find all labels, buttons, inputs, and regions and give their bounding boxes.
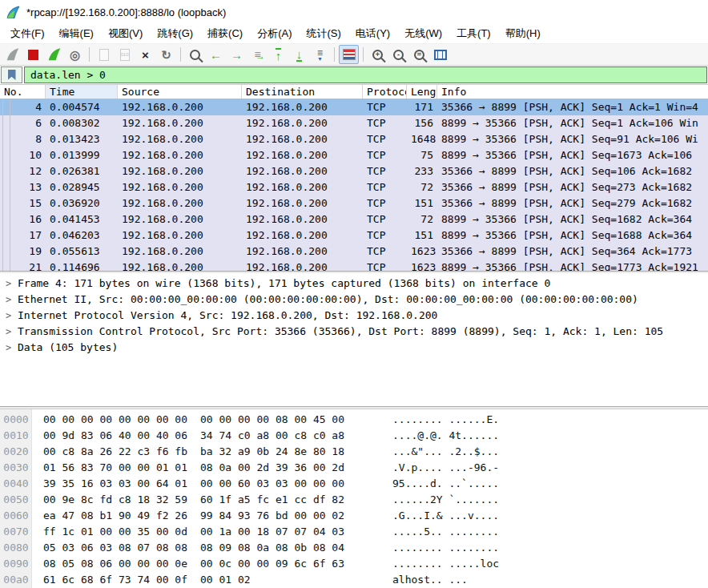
packet-row[interactable]: 10 0.013999 192.168.0.200 192.168.0.200 …: [0, 147, 708, 163]
menu-item[interactable]: 编辑(E): [52, 24, 101, 43]
hex-row[interactable]: 0080 05 03 06 03 08 07 08 08 08 09 08 0a…: [0, 540, 708, 556]
cell-no: 17: [0, 228, 46, 244]
open-file-icon[interactable]: [94, 45, 114, 64]
hex-ascii: 95....d. ..`.....: [392, 476, 499, 492]
detail-text: Data (105 bytes): [18, 341, 118, 353]
menu-item[interactable]: 电话(Y): [348, 24, 397, 43]
expand-arrow-icon[interactable]: >: [6, 324, 18, 340]
hex-ascii: ........ .....loc: [392, 556, 499, 572]
packet-row[interactable]: 19 0.055613 192.168.0.200 192.168.0.200 …: [0, 244, 708, 260]
column-header-destination[interactable]: Destination: [242, 85, 363, 99]
start-capture-icon[interactable]: [2, 45, 22, 64]
detail-text: Frame 4: 171 bytes on wire (1368 bits), …: [18, 277, 550, 289]
hex-row[interactable]: 0020 00 c8 8a 26 22 c3 f6 fb ba 32 a9 0b…: [0, 444, 708, 460]
packet-row[interactable]: 8 0.013423 192.168.0.200 192.168.0.200 T…: [0, 131, 708, 147]
menu-item[interactable]: 统计(S): [299, 24, 348, 43]
hex-bytes-1: 08 05 08 06 00 00 00 0e: [43, 556, 194, 572]
menu-item[interactable]: 捕获(C): [200, 24, 250, 43]
hex-ascii: ........ ......E.: [392, 412, 499, 428]
bookmark-button[interactable]: [1, 66, 22, 83]
detail-line[interactable]: >Ethernet II, Src: 00:00:00_00:00:00 (00…: [0, 292, 708, 308]
capture-options-icon[interactable]: ◎: [65, 45, 85, 64]
hex-row[interactable]: 0050 00 9e 8c fd c8 18 32 59 60 1f a5 fc…: [0, 492, 708, 508]
menu-item[interactable]: 无线(W): [397, 24, 449, 43]
column-header-no[interactable]: No.: [0, 85, 46, 99]
hex-ascii: .G...I.& ...v....: [392, 508, 499, 524]
filter-input[interactable]: data.len > 0: [24, 66, 707, 83]
menu-item[interactable]: 分析(A): [250, 24, 299, 43]
packet-row[interactable]: 21 0.114696 192.168.0.200 192.168.0.200 …: [0, 260, 708, 271]
packet-row[interactable]: 12 0.026381 192.168.0.200 192.168.0.200 …: [0, 163, 708, 179]
cell-no: 13: [0, 179, 46, 195]
cell-destination: 192.168.0.200: [242, 131, 363, 147]
packet-row[interactable]: 13 0.028945 192.168.0.200 192.168.0.200 …: [0, 179, 708, 195]
packet-row[interactable]: 15 0.036920 192.168.0.200 192.168.0.200 …: [0, 195, 708, 211]
expand-arrow-icon[interactable]: >: [6, 292, 18, 308]
column-header-length[interactable]: Length: [407, 85, 437, 99]
detail-line[interactable]: >Data (105 bytes): [0, 340, 708, 356]
menu-item[interactable]: 工具(T): [449, 24, 498, 43]
go-forward-icon[interactable]: →: [227, 45, 247, 64]
auto-scroll-icon[interactable]: ≡▼: [310, 45, 330, 64]
hex-offset: 00a0: [0, 572, 32, 588]
menu-item[interactable]: 视图(V): [101, 24, 150, 43]
column-header-protocol[interactable]: Protocol: [363, 85, 407, 99]
hex-row[interactable]: 0090 08 05 08 06 00 00 00 0e 00 0c 00 00…: [0, 556, 708, 572]
zoom-in-icon[interactable]: +: [368, 45, 388, 64]
resize-columns-icon[interactable]: [430, 45, 450, 64]
colorize-icon[interactable]: [339, 45, 359, 64]
column-header-info[interactable]: Info: [437, 85, 708, 99]
packet-row[interactable]: 16 0.041453 192.168.0.200 192.168.0.200 …: [0, 211, 708, 228]
go-top-icon[interactable]: ↑: [268, 45, 288, 64]
zoom-out-icon[interactable]: -: [388, 45, 408, 64]
hex-bytes-2: 00 0c 00 00 09 6c 6f 63: [200, 556, 351, 572]
close-file-icon[interactable]: ×: [135, 45, 155, 64]
reload-icon[interactable]: ↻: [156, 45, 176, 64]
cell-no: 19: [0, 244, 46, 260]
hex-row[interactable]: 0010 00 9d 83 06 40 00 40 06 34 74 c0 a8…: [0, 428, 708, 444]
menu-item[interactable]: 跳转(G): [150, 24, 200, 43]
detail-line[interactable]: >Frame 4: 171 bytes on wire (1368 bits),…: [0, 276, 708, 292]
cell-protocol: TCP: [363, 163, 407, 179]
cell-info: 8899 → 35366 [PSH, ACK] Seq=1688 Ack=364: [437, 228, 708, 244]
restart-capture-icon[interactable]: [44, 45, 64, 64]
cell-source: 192.168.0.200: [118, 163, 242, 179]
cell-length: 75: [407, 147, 437, 163]
packet-row[interactable]: 17 0.046203 192.168.0.200 192.168.0.200 …: [0, 228, 708, 244]
expand-arrow-icon[interactable]: >: [6, 276, 18, 292]
menu-item[interactable]: 帮助(H): [498, 24, 548, 43]
hex-bytes-2: 00 00 60 03 03 00 00 00: [200, 476, 351, 492]
stop-capture-icon[interactable]: [23, 45, 43, 64]
packet-row[interactable]: 6 0.008302 192.168.0.200 192.168.0.200 T…: [0, 115, 708, 131]
cell-no: 6: [0, 115, 46, 131]
column-header-source[interactable]: Source: [118, 85, 242, 99]
hex-row[interactable]: 0000 00 00 00 00 00 00 00 00 00 00 00 00…: [0, 412, 708, 428]
cell-info: 35366 → 8899 [PSH, ACK] Seq=1 Ack=1 Win=…: [437, 99, 708, 115]
packet-row[interactable]: 4 0.004574 192.168.0.200 192.168.0.200 T…: [0, 99, 708, 115]
column-header-time[interactable]: Time: [46, 85, 118, 99]
hex-row[interactable]: 0030 01 56 83 70 00 00 01 01 08 0a 00 2d…: [0, 460, 708, 476]
detail-line[interactable]: >Transmission Control Protocol, Src Port…: [0, 324, 708, 340]
cell-time: 0.055613: [46, 244, 118, 260]
wireshark-icon: [6, 6, 20, 19]
cell-time: 0.026381: [46, 163, 118, 179]
hex-bytes-1: ea 47 08 b1 90 49 f2 26: [43, 508, 194, 524]
zoom-original-icon[interactable]: =: [409, 45, 429, 64]
detail-line[interactable]: >Internet Protocol Version 4, Src: 192.1…: [0, 308, 708, 324]
cell-time: 0.013999: [46, 147, 118, 163]
go-to-packet-icon[interactable]: ≡→: [247, 45, 268, 64]
go-back-icon[interactable]: ←: [206, 45, 226, 64]
menu-item[interactable]: 文件(F): [3, 24, 52, 43]
hex-offset: 0000: [0, 412, 32, 428]
hex-row[interactable]: 0060 ea 47 08 b1 90 49 f2 26 99 84 93 76…: [0, 508, 708, 524]
hex-row[interactable]: 0070 ff 1c 01 00 00 35 00 0d 00 1a 00 18…: [0, 524, 708, 540]
cell-no: 21: [0, 260, 46, 271]
hex-row[interactable]: 00a0 61 6c 68 6f 73 74 00 0f 00 01 02 al…: [0, 572, 708, 588]
expand-arrow-icon[interactable]: >: [6, 308, 18, 324]
hex-row[interactable]: 0040 39 35 16 03 03 00 64 01 00 00 60 03…: [0, 476, 708, 492]
save-file-icon[interactable]: 010: [115, 45, 135, 64]
bookmark-icon: [8, 70, 16, 80]
go-bottom-icon[interactable]: ↓: [289, 45, 309, 64]
expand-arrow-icon[interactable]: >: [6, 340, 18, 356]
find-packet-icon[interactable]: [185, 45, 205, 64]
